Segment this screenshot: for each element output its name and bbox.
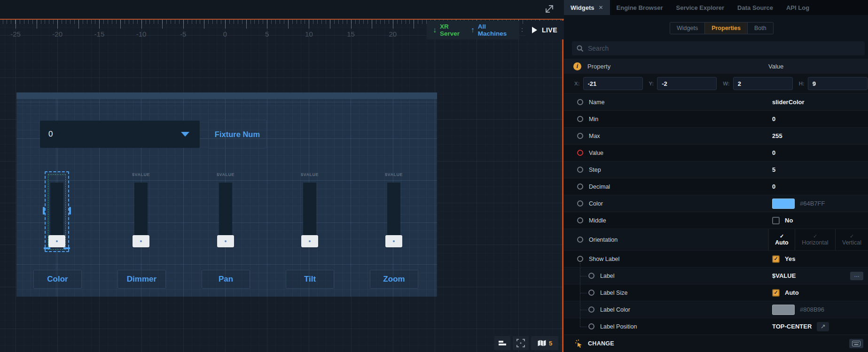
slider-handle-dot bbox=[140, 240, 142, 242]
tab-data-source[interactable]: Data Source bbox=[731, 0, 780, 15]
slider-widget-4[interactable]: $VALUE bbox=[296, 168, 324, 253]
property-row-label-position[interactable]: Label PositionTOP-CENTER↗ bbox=[564, 318, 868, 335]
property-row-show-label[interactable]: Show Label✓Yes bbox=[564, 250, 868, 267]
slider-handle[interactable] bbox=[217, 235, 234, 247]
slider-widget-2[interactable]: $VALUE bbox=[127, 168, 155, 253]
property-radio-icon[interactable] bbox=[588, 306, 594, 313]
fixture-num-button[interactable]: Fixture Num bbox=[208, 120, 266, 149]
property-row-label-size[interactable]: Label Size✓Auto bbox=[564, 284, 868, 301]
checkbox[interactable] bbox=[772, 217, 780, 224]
more-button[interactable]: … bbox=[850, 272, 863, 280]
keyboard-icon bbox=[852, 341, 860, 346]
slider-widget-3[interactable]: $VALUE bbox=[211, 168, 240, 253]
property-radio-icon[interactable] bbox=[577, 116, 583, 122]
selection-grip[interactable] bbox=[43, 207, 45, 214]
open-position-editor-icon[interactable]: ↗ bbox=[817, 322, 829, 331]
widget-button-color[interactable]: Color bbox=[33, 270, 82, 289]
tab-engine-browser[interactable]: Engine Browser bbox=[610, 0, 670, 15]
selection-grip[interactable] bbox=[63, 247, 70, 249]
property-value-text[interactable]: sliderColor bbox=[772, 99, 805, 106]
property-row-label[interactable]: Label$VALUE… bbox=[564, 267, 868, 284]
tab-api-log[interactable]: API Log bbox=[780, 0, 816, 15]
geometry-label: X: bbox=[574, 81, 580, 86]
live-button[interactable]: LIVE bbox=[525, 21, 564, 39]
check-icon: ✓ bbox=[813, 233, 817, 239]
widget-button-tilt[interactable]: Tilt bbox=[286, 270, 334, 289]
slider-widget-1[interactable]: $VALUE bbox=[43, 168, 71, 253]
checkbox[interactable]: ✓ bbox=[772, 255, 780, 263]
server-status[interactable]: ↓ XR Server ↑ All Machines bbox=[427, 21, 519, 39]
property-radio-icon[interactable] bbox=[577, 167, 583, 173]
property-row-step[interactable]: Step5 bbox=[564, 161, 868, 178]
view-tab-both[interactable]: Both bbox=[748, 23, 773, 34]
search-input[interactable] bbox=[588, 45, 860, 52]
property-value-text[interactable]: 0 bbox=[772, 115, 775, 122]
property-row-max[interactable]: Max255 bbox=[564, 127, 868, 144]
ruler-label: -15 bbox=[94, 30, 105, 38]
orientation-option-vertical[interactable]: ✓Vertical bbox=[835, 229, 868, 250]
slider-handle[interactable] bbox=[133, 235, 149, 247]
view-tab-properties[interactable]: Properties bbox=[705, 23, 748, 34]
slider-widget-5[interactable]: $VALUE bbox=[380, 168, 408, 253]
property-radio-icon[interactable] bbox=[577, 133, 583, 139]
widget-button-zoom[interactable]: Zoom bbox=[370, 270, 418, 289]
orientation-option-auto[interactable]: ✓Auto bbox=[768, 229, 795, 250]
property-value-text[interactable]: $VALUE bbox=[772, 272, 796, 279]
property-radio-icon[interactable] bbox=[588, 323, 594, 329]
expand-icon[interactable] bbox=[543, 2, 556, 15]
selection-grip[interactable] bbox=[69, 207, 71, 214]
property-row-color[interactable]: Color#64B7FF bbox=[564, 195, 868, 212]
app-window: -25-20-15-10-505101520 ↓ XR Server ↑ All… bbox=[0, 0, 868, 352]
property-row-min[interactable]: Min0 bbox=[564, 110, 868, 127]
property-radio-icon[interactable] bbox=[577, 217, 583, 223]
geometry-input-x[interactable] bbox=[583, 77, 643, 90]
geometry-input-w[interactable] bbox=[733, 77, 793, 90]
property-radio-icon[interactable] bbox=[577, 99, 583, 105]
color-swatch[interactable] bbox=[772, 305, 795, 315]
color-swatch[interactable] bbox=[772, 199, 795, 209]
property-row-name[interactable]: NamesliderColor bbox=[564, 93, 868, 110]
search-box[interactable] bbox=[572, 41, 865, 55]
property-value-text[interactable]: 5 bbox=[772, 166, 775, 173]
checkbox[interactable]: ✓ bbox=[772, 289, 780, 297]
geometry-input-y[interactable] bbox=[657, 77, 717, 90]
keyboard-shortcut-button[interactable] bbox=[849, 339, 863, 348]
orientation-option-horizontal[interactable]: ✓Horizontal bbox=[795, 229, 835, 250]
tab-widgets[interactable]: Widgets✕ bbox=[564, 0, 610, 15]
design-canvas[interactable]: -25-20-15-10-505101520 ↓ XR Server ↑ All… bbox=[0, 0, 564, 352]
position-value: TOP-CENTER bbox=[772, 323, 812, 330]
info-icon[interactable]: i bbox=[573, 62, 581, 70]
property-value-text[interactable]: 0 bbox=[772, 183, 775, 190]
fit-view-button[interactable] bbox=[513, 336, 529, 350]
slider-handle[interactable] bbox=[301, 235, 318, 247]
property-row-middle[interactable]: MiddleNo bbox=[564, 212, 868, 229]
widget-button-pan[interactable]: Pan bbox=[202, 270, 250, 289]
property-row-decimal[interactable]: Decimal0 bbox=[564, 178, 868, 195]
selection-grip[interactable] bbox=[44, 247, 50, 249]
property-value-text[interactable]: 0 bbox=[772, 149, 775, 156]
property-radio-icon[interactable] bbox=[577, 200, 583, 207]
geometry-input-h[interactable] bbox=[808, 77, 868, 90]
close-icon[interactable]: ✕ bbox=[598, 4, 603, 11]
view-tab-widgets[interactable]: Widgets bbox=[670, 23, 705, 34]
map-button[interactable]: 5 bbox=[531, 336, 558, 350]
property-radio-icon[interactable] bbox=[577, 237, 583, 243]
widget-button-dimmer[interactable]: Dimmer bbox=[117, 270, 166, 289]
fixture-dropdown[interactable]: 0 bbox=[40, 121, 200, 148]
property-radio-icon[interactable] bbox=[577, 184, 583, 190]
color-hex-value: #64B7FF bbox=[800, 200, 825, 207]
layers-button[interactable] bbox=[494, 336, 510, 350]
property-value-text[interactable]: 255 bbox=[772, 132, 782, 139]
property-radio-icon[interactable] bbox=[577, 256, 583, 262]
geometry-row: X:Y:W:H: bbox=[564, 74, 868, 93]
property-row-orientation[interactable]: Orientation✓Auto✓Horizontal✓Vertical bbox=[564, 229, 868, 250]
slider-handle[interactable] bbox=[385, 235, 402, 247]
change-row[interactable]: CHANGE bbox=[564, 335, 868, 352]
property-row-value[interactable]: Value0 bbox=[564, 144, 868, 161]
property-radio-icon[interactable] bbox=[588, 273, 594, 279]
property-radio-icon[interactable] bbox=[588, 290, 594, 296]
property-row-label-color[interactable]: Label Color#808B96 bbox=[564, 301, 868, 318]
widget-panel[interactable]: 0 Fixture Num $VALUE$VALUE$VALUE$VALUE$V… bbox=[16, 92, 437, 297]
property-radio-icon[interactable] bbox=[577, 150, 583, 156]
tab-service-explorer[interactable]: Service Explorer bbox=[669, 0, 731, 15]
